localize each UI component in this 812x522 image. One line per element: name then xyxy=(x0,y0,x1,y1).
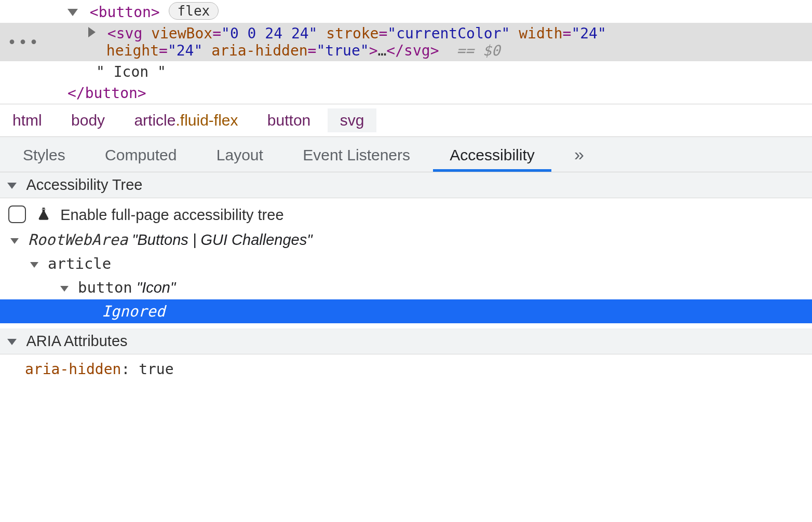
accessibility-tree-body: Enable full-page accessibility tree Root… xyxy=(0,198,812,328)
enable-fullpage-row[interactable]: Enable full-page accessibility tree xyxy=(8,202,804,228)
breadcrumb-html[interactable]: html xyxy=(0,108,55,132)
svg-close-tag: </svg> xyxy=(386,42,439,59)
tag-button-close: </button> xyxy=(67,85,146,102)
chevron-down-icon[interactable] xyxy=(10,238,19,244)
tab-layout[interactable]: Layout xyxy=(199,139,281,171)
accessibility-tree-header[interactable]: Accessibility Tree xyxy=(0,172,812,198)
tab-event-listeners[interactable]: Event Listeners xyxy=(285,139,428,171)
enable-fullpage-checkbox[interactable] xyxy=(8,205,26,223)
ax-root-name: "Buttons | GUI Challenges" xyxy=(132,231,312,248)
ax-button[interactable]: button "Icon" xyxy=(8,276,804,299)
breadcrumb-button[interactable]: button xyxy=(255,108,323,132)
val-viewbox: "0 0 24 24" xyxy=(221,25,317,42)
ax-article[interactable]: article xyxy=(8,252,804,276)
selected-node-marker: == $0 xyxy=(456,42,500,59)
chevron-down-icon[interactable] xyxy=(60,286,69,292)
ax-root-role: RootWebArea xyxy=(28,231,128,249)
breadcrumb: html body article.fluid-flex button svg xyxy=(0,104,812,137)
dom-node-button-close[interactable]: </button> xyxy=(0,83,812,104)
val-height: "24" xyxy=(168,42,202,59)
flask-icon xyxy=(36,207,51,225)
aria-attr-key: aria-hidden xyxy=(25,361,121,378)
row-actions-icon[interactable]: ••• xyxy=(7,33,40,51)
flex-badge[interactable]: flex xyxy=(169,2,219,20)
tab-computed[interactable]: Computed xyxy=(87,139,194,171)
dom-tree-panel: <button> flex ••• <svg viewBox="0 0 24 2… xyxy=(0,0,812,104)
accessibility-tree-title: Accessibility Tree xyxy=(26,176,142,193)
breadcrumb-body[interactable]: body xyxy=(59,108,117,132)
svg-open-bracket: <svg xyxy=(107,25,142,42)
aria-attr-value: true xyxy=(139,361,173,378)
tab-styles[interactable]: Styles xyxy=(5,139,83,171)
tag-button-open: <button> xyxy=(90,4,160,21)
ax-root[interactable]: RootWebArea "Buttons | GUI Challenges" xyxy=(8,228,804,252)
val-aria-hidden: "true" xyxy=(316,42,369,59)
tabs-overflow-icon[interactable]: » xyxy=(557,137,588,172)
attr-stroke: stroke xyxy=(326,25,378,42)
svg-ellipsis: … xyxy=(377,42,386,59)
aria-attributes-header[interactable]: ARIA Attributes xyxy=(0,328,812,354)
text-node-value: " Icon " xyxy=(96,63,166,80)
attr-width: width xyxy=(519,25,562,42)
val-width: "24" xyxy=(571,25,606,42)
toggle-collapse-icon[interactable] xyxy=(67,9,78,16)
aria-attribute-row: aria-hidden: true xyxy=(0,354,812,384)
breadcrumb-svg[interactable]: svg xyxy=(328,108,377,132)
ax-ignored-label: Ignored xyxy=(102,303,165,320)
tab-accessibility[interactable]: Accessibility xyxy=(432,139,552,171)
enable-fullpage-label: Enable full-page accessibility tree xyxy=(60,207,283,223)
dom-node-svg[interactable]: ••• <svg viewBox="0 0 24 24" stroke="cur… xyxy=(0,23,812,61)
dom-node-button-open[interactable]: <button> flex xyxy=(0,0,812,23)
attr-aria-hidden: aria-hidden xyxy=(211,42,307,59)
chevron-down-icon xyxy=(7,339,17,345)
attr-height: height xyxy=(106,42,159,59)
ax-ignored-node[interactable]: Ignored xyxy=(0,299,812,323)
ax-article-role: article xyxy=(48,255,111,272)
attr-viewbox: viewBox xyxy=(151,25,212,42)
sidebar-tabs: Styles Computed Layout Event Listeners A… xyxy=(0,137,812,172)
toggle-expand-icon[interactable] xyxy=(88,27,96,37)
ax-button-name: "Icon" xyxy=(137,279,175,296)
val-stroke: "currentColor" xyxy=(387,25,510,42)
breadcrumb-article[interactable]: article.fluid-flex xyxy=(121,108,250,132)
chevron-down-icon[interactable] xyxy=(30,262,38,268)
aria-attributes-title: ARIA Attributes xyxy=(26,333,127,349)
dom-text-node[interactable]: " Icon " xyxy=(0,61,812,83)
chevron-down-icon xyxy=(7,183,17,189)
ax-button-role: button xyxy=(78,279,132,296)
